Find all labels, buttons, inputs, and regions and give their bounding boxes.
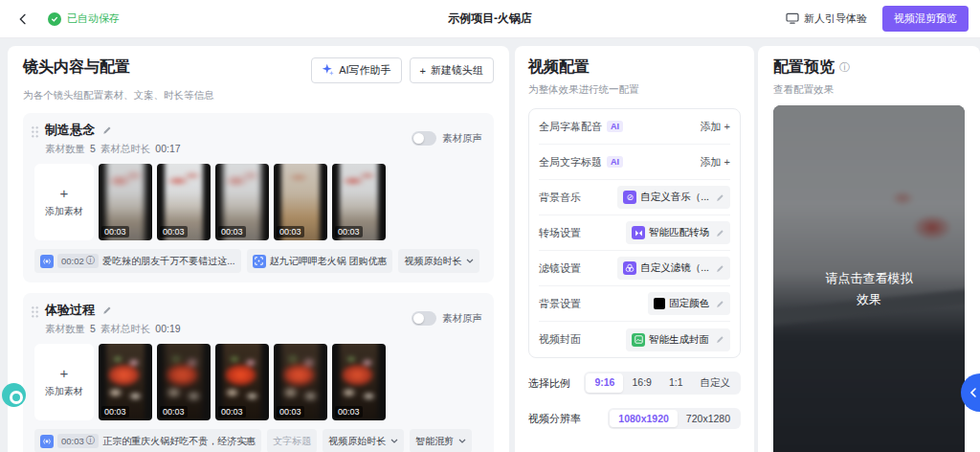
voice-text: 爱吃辣的朋友千万不要错过这... [102,255,234,268]
ratio-option-custom[interactable]: 自定义 [692,373,740,393]
voiceover-tag[interactable]: 00:02 ⓘ 爱吃辣的朋友千万不要错过这... [34,249,241,273]
drag-handle-icon[interactable] [31,305,39,318]
filter-value-chip[interactable]: 自定义滤镜（... [617,257,730,280]
clip-thumbnail[interactable]: 00:03 [274,164,327,240]
transition-icon [632,226,645,239]
resolution-option-1080[interactable]: 1080x1920 [610,410,678,427]
row-label: 滤镜设置 [539,261,581,276]
new-group-label: 新建镜头组 [431,63,483,78]
info-icon: ⓘ [86,255,96,267]
plus-icon: + [724,121,730,132]
clip-thumbnail[interactable]: 00:03 [332,344,386,420]
count-label: 素材数量 [45,143,85,156]
cover-value-chip[interactable]: 智能生成封面 [626,328,730,351]
app-window: 已自动保存 示例项目-火锅店 新人引导体验 视频混剪预览 镜头内容与配置 [0,0,980,452]
newbie-guide-button[interactable]: 新人引导体验 [786,11,867,26]
clip-duration-badge: 00:03 [218,226,246,237]
voice-icon [40,255,54,268]
drag-handle-icon[interactable] [31,125,39,138]
dropdown-label: 视频原始时长 [404,255,461,268]
count-label: 素材数量 [45,323,85,336]
check-icon [48,12,61,26]
autosave-label: 已自动保存 [67,11,120,26]
mix-mode-dropdown[interactable]: 智能混剪 [410,429,472,452]
clip-thumbnail[interactable]: 00:03 [215,164,269,240]
music-icon: ⊘ [623,191,636,204]
ratio-option-16-9[interactable]: 16:9 [623,373,659,393]
row-label: 背景音乐 [539,191,581,205]
resolution-segmented-control: 1080x1920 720x1280 [608,408,741,429]
simulated-preview[interactable]: 请点击查看模拟效果 [773,105,965,452]
preview-panel-subtitle: 查看配置效果 [773,83,965,97]
preview-overlay: 请点击查看模拟效果 [773,105,965,452]
video-config-subtitle: 为整体效果进行统一配置 [528,83,741,97]
original-audio-label: 素材原声 [442,132,482,146]
shots-panel: 镜头内容与配置 AI写作助手 + 新建镜头组 为各个镜头组配置素材、文案、时长等… [8,46,509,452]
voiceover-tag[interactable]: 00:03 ⓘ 正宗的重庆火锅好吃不贵，经济实惠 [34,429,261,452]
voice-time: 00:03 [61,436,84,446]
original-audio-toggle[interactable] [412,311,436,326]
edit-icon[interactable] [102,305,112,315]
add-title-button[interactable]: 添加 + [701,155,730,170]
help-float-button[interactable] [2,383,26,407]
title-tag[interactable]: 文字标题 [267,429,317,452]
config-row-cover: 视频封面 智能生成封面 [539,322,730,357]
edit-icon[interactable] [102,125,112,135]
background-value: 固定颜色 [669,297,709,310]
background-value-chip[interactable]: 固定颜色 [648,292,730,315]
clip-thumbnail[interactable]: 00:03 [99,344,152,420]
chevron-down-icon [458,439,466,443]
filter-icon [623,261,636,275]
ai-badge: AI [607,121,623,132]
clip-duration-badge: 00:03 [160,226,188,237]
guide-label: 新人引导体验 [804,11,867,26]
duration-label: 素材总时长 [100,143,151,156]
config-row-bgm: 背景音乐 ⊘ 自定义音乐（... [539,180,730,215]
plus-icon: + [60,366,69,380]
preview-panel: 配置预览 ⓘ 查看配置效果 请点击查看模拟效果 [758,46,980,452]
clip-thumbnail[interactable]: 00:03 [332,164,386,240]
transition-value: 智能匹配转场 [649,226,709,239]
info-icon: ⓘ [86,435,96,447]
add-voiceover-button[interactable]: 添加 + [701,120,730,134]
ratio-label: 选择比例 [528,376,570,391]
monitor-icon [786,12,799,26]
clip-thumbnail[interactable]: 00:03 [215,344,269,420]
info-icon[interactable]: ⓘ [839,60,850,75]
ratio-option-1-1[interactable]: 1:1 [660,373,692,393]
clip-thumbnail[interactable]: 00:03 [157,164,211,240]
source-duration-dropdown[interactable]: 视频原始时长 [398,249,479,273]
resolution-option-720[interactable]: 720x1280 [678,410,739,427]
transition-value-chip[interactable]: 智能匹配转场 [626,221,730,244]
add-material-button[interactable]: + 添加素材 [34,344,94,420]
ratio-option-9-16[interactable]: 9:16 [586,373,623,393]
chevron-down-icon [390,439,398,443]
original-audio-toggle[interactable] [412,131,436,146]
add-material-button[interactable]: + 添加素材 [34,164,94,240]
group-name: 体验过程 [45,302,95,319]
clip-thumbnail[interactable]: 00:03 [157,344,211,420]
title-tag[interactable]: 赵九记呷呷老火锅 团购优惠 [247,249,393,273]
voice-text: 正宗的重庆火锅好吃不贵，经济实惠 [102,435,256,448]
count-value: 5 [90,323,96,336]
source-duration-dropdown[interactable]: 视频原始时长 [323,429,404,452]
bgm-value-chip[interactable]: ⊘ 自定义音乐（... [617,186,730,209]
ai-writer-button[interactable]: AI写作助手 [311,57,401,83]
clip-thumbnail[interactable]: 00:03 [99,164,152,240]
group-name: 制造悬念 [45,122,95,139]
bgm-value: 自定义音乐（... [640,191,709,204]
back-icon[interactable] [15,11,31,27]
count-value: 5 [90,143,96,156]
add-material-label: 添加素材 [45,385,83,398]
config-row-transition: 转场设置 智能匹配转场 [539,215,730,251]
original-audio-label: 素材原声 [442,312,482,326]
mix-preview-button[interactable]: 视频混剪预览 [882,6,969,32]
duration-label: 素材总时长 [100,323,151,336]
new-group-button[interactable]: + 新建镜头组 [410,57,494,83]
ai-badge: AI [607,156,623,168]
clip-thumbnail[interactable]: 00:03 [274,344,327,420]
edit-icon [716,335,724,344]
sparkle-icon [322,63,334,78]
resolution-row: 视频分辨率 1080x1920 720x1280 [528,408,741,429]
row-label: 背景设置 [539,297,581,311]
